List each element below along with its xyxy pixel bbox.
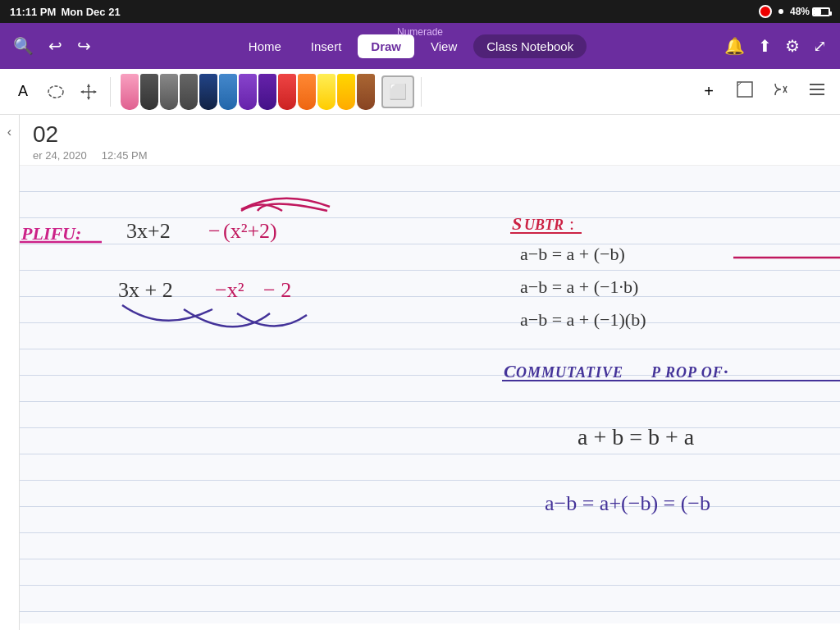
sidebar-toggle-button[interactable]: ‹ xyxy=(0,115,20,630)
pen-gray[interactable] xyxy=(160,74,178,110)
svg-text:3x+2: 3x+2 xyxy=(126,219,171,243)
svg-marker-4 xyxy=(87,97,90,100)
svg-text:− 2: − 2 xyxy=(263,278,291,302)
menu-icons-left: 🔍 ↩ ↪ xyxy=(13,36,91,56)
pen-brown[interactable] xyxy=(357,74,375,110)
pen-midgray[interactable] xyxy=(180,74,198,110)
svg-text:P: P xyxy=(651,364,661,381)
page-time: 12:45 PM xyxy=(102,149,148,162)
status-bar-left: 11:11 PM Mon Dec 21 xyxy=(10,6,121,18)
page-title: 02 xyxy=(33,121,827,148)
pen-orange[interactable] xyxy=(298,74,316,110)
svg-marker-3 xyxy=(87,84,90,87)
lasso-icon xyxy=(47,83,65,101)
svg-text:UBTR: UBTR xyxy=(524,217,564,233)
more-options-button[interactable] xyxy=(802,77,832,107)
content-area: ‹ 02 er 24, 2020 12:45 PM PLIFU: 3x+2 − … xyxy=(0,115,840,630)
svg-text:a + b = b + a: a + b = b + a xyxy=(578,424,695,450)
menu-bar: 🔍 ↩ ↪ Numerade Home Insert Draw View Cla… xyxy=(0,23,840,69)
pen-pink[interactable] xyxy=(121,74,139,110)
lasso-tool[interactable] xyxy=(41,77,71,107)
tab-insert[interactable]: Insert xyxy=(298,34,355,58)
redo-button[interactable]: ↪ xyxy=(77,36,91,56)
svg-text:−x²: −x² xyxy=(215,278,244,302)
svg-marker-5 xyxy=(80,90,84,94)
text-tool[interactable]: A xyxy=(8,77,38,107)
toolbar-right: + xyxy=(694,77,832,107)
pen-blue[interactable] xyxy=(219,74,237,110)
pen-darkgray[interactable] xyxy=(140,74,158,110)
ink-to-math-icon xyxy=(771,80,791,99)
notebook-canvas[interactable]: PLIFU: 3x+2 − (x²+2) 3x + 2 −x² − 2 xyxy=(20,166,840,623)
svg-text::: : xyxy=(569,213,574,234)
handwriting-svg: PLIFU: 3x+2 − (x²+2) 3x + 2 −x² − 2 xyxy=(20,166,840,623)
svg-text:(x²+2): (x²+2) xyxy=(223,219,277,243)
add-tool-icon: + xyxy=(704,82,714,100)
svg-text:PLIFU:: PLIFU: xyxy=(21,223,81,244)
date-display: Mon Dec 21 xyxy=(61,6,120,18)
time-display: 11:11 PM xyxy=(10,6,56,18)
battery-fill xyxy=(814,9,821,15)
fullscreen-button[interactable]: ⤢ xyxy=(813,36,827,56)
ink-to-shape-button[interactable] xyxy=(730,77,760,107)
pen-red[interactable] xyxy=(278,74,296,110)
share-button[interactable]: ⬆ xyxy=(758,36,772,56)
svg-text:a−b = a + (−b): a−b = a + (−b) xyxy=(520,244,625,264)
toolbar-separator-1 xyxy=(110,77,111,107)
app-title: Numerade xyxy=(397,26,443,38)
page-date: er 24, 2020 xyxy=(33,149,87,162)
record-button xyxy=(759,5,772,18)
tab-classnotebook[interactable]: Class Notebook xyxy=(473,34,587,58)
chevron-left-icon: ‹ xyxy=(7,125,11,139)
tab-home[interactable]: Home xyxy=(235,34,294,58)
svg-text:OMMUTATIVE: OMMUTATIVE xyxy=(516,364,623,381)
pen-yellow[interactable] xyxy=(337,74,355,110)
svg-text:·: · xyxy=(724,361,728,381)
svg-text:3x + 2: 3x + 2 xyxy=(118,278,173,302)
eraser-tool[interactable]: ⬜ xyxy=(381,75,414,108)
svg-text:a−b = a + (−1)(b): a−b = a + (−1)(b) xyxy=(520,309,646,330)
ink-to-shape-icon xyxy=(735,80,755,99)
battery-bar xyxy=(812,7,830,16)
pen-lightyellow[interactable] xyxy=(317,74,336,110)
draw-toolbar: A ⬜ xyxy=(0,69,840,115)
move-icon xyxy=(80,83,98,101)
add-tool-button[interactable]: + xyxy=(694,77,724,107)
undo-button[interactable]: ↩ xyxy=(48,36,62,56)
text-tool-label: A xyxy=(18,83,28,100)
status-bar-right: 48% xyxy=(759,5,830,18)
settings-button[interactable]: ⚙ xyxy=(785,36,800,56)
page-meta: er 24, 2020 12:45 PM xyxy=(33,149,827,162)
svg-text:−: − xyxy=(208,219,221,243)
svg-marker-6 xyxy=(94,90,97,94)
menu-icons-right: 🔔 ⬆ ⚙ ⤢ xyxy=(724,36,827,56)
battery-percent: 48% xyxy=(790,6,810,17)
pen-swatches xyxy=(121,74,375,110)
move-tool[interactable] xyxy=(74,77,103,107)
page-header: 02 er 24, 2020 12:45 PM xyxy=(20,115,840,166)
pen-purple[interactable] xyxy=(239,74,257,110)
notifications-button[interactable]: 🔔 xyxy=(724,36,745,56)
svg-text:a−b = a+(−b) = (−b: a−b = a+(−b) = (−b xyxy=(545,491,710,515)
svg-text:S: S xyxy=(512,213,522,234)
pen-darkblue[interactable] xyxy=(199,74,217,110)
toolbar-separator-2 xyxy=(421,77,422,107)
svg-text:ROP OF: ROP OF xyxy=(664,364,724,381)
battery-indicator: 48% xyxy=(790,6,830,17)
wifi-icon xyxy=(778,9,783,14)
svg-text:C: C xyxy=(504,361,517,381)
ink-to-math-button[interactable] xyxy=(766,77,796,107)
svg-point-0 xyxy=(48,86,63,98)
search-button[interactable]: 🔍 xyxy=(13,36,34,56)
eraser-icon: ⬜ xyxy=(389,83,407,101)
svg-text:a−b = a + (−1·b): a−b = a + (−1·b) xyxy=(520,276,638,297)
status-bar: 11:11 PM Mon Dec 21 48% xyxy=(0,0,840,23)
page-area: 02 er 24, 2020 12:45 PM PLIFU: 3x+2 − (x… xyxy=(20,115,840,630)
more-icon xyxy=(807,80,827,99)
pen-darkpurple[interactable] xyxy=(258,74,276,110)
